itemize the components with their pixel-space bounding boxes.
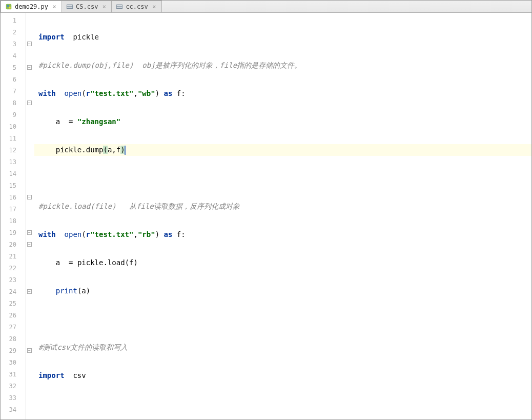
fold-toggle-icon[interactable]: − [27, 348, 32, 353]
code-editor[interactable]: 1234567891011121314151617181920212223242… [1, 13, 531, 419]
fold-toggle-icon[interactable]: − [27, 242, 32, 247]
code-line-current: pickle.dump(a,f) [34, 144, 531, 156]
line-number: 6 [1, 74, 26, 86]
csv-file-icon [66, 3, 73, 10]
fold-toggle-icon[interactable]: − [27, 101, 32, 105]
tab-demo29-py[interactable]: demo29.py × [1, 1, 62, 12]
line-number: 30 [1, 357, 26, 369]
code-line: a = "zhangsan" [34, 116, 531, 128]
fold-toggle-icon[interactable]: − [27, 42, 32, 46]
code-line: with open(r"test.txt","wb") as f: [34, 88, 531, 99]
text-caret [125, 146, 126, 155]
close-icon[interactable]: × [151, 3, 157, 10]
tab-label: demo29.py [15, 3, 48, 10]
line-number: 3 [1, 38, 26, 50]
fold-toggle-icon[interactable]: − [27, 195, 32, 199]
code-line: #pickle.load(file) 从file读取数据，反序列化成对象 [34, 201, 531, 212]
svg-rect-4 [67, 5, 73, 6]
line-number: 1 [1, 15, 26, 27]
fold-toggle-icon[interactable]: − [27, 289, 32, 294]
svg-rect-1 [7, 5, 9, 7]
line-number-gutter: 1234567891011121314151617181920212223242… [1, 13, 26, 419]
line-number: 33 [1, 392, 26, 404]
tab-cs-csv[interactable]: CS.csv × [62, 1, 112, 12]
line-number: 20 [1, 239, 26, 251]
line-number: 23 [1, 274, 26, 286]
code-line: with open(r"test.txt","rb") as f: [34, 229, 531, 241]
code-line [34, 313, 531, 325]
code-line [34, 172, 531, 184]
fold-gutter: −−−−−−−− [26, 13, 34, 419]
line-number: 16 [1, 192, 26, 204]
tab-label: cc.csv [126, 3, 148, 10]
code-line [34, 398, 531, 410]
tab-cc-csv[interactable]: cc.csv × [111, 1, 161, 12]
line-number: 31 [1, 369, 26, 381]
line-number: 29 [1, 345, 26, 357]
line-number: 17 [1, 204, 26, 215]
close-icon[interactable]: × [51, 3, 57, 10]
svg-rect-7 [117, 5, 122, 6]
code-line: print(a) [34, 285, 531, 297]
line-number: 8 [1, 97, 26, 109]
line-number: 13 [1, 156, 26, 168]
line-number: 26 [1, 310, 26, 322]
code-line: #pickle.dump(obj,file) obj是被序列化的对象，file指… [34, 59, 531, 71]
svg-rect-2 [9, 7, 11, 9]
csv-file-icon [116, 3, 123, 10]
editor-tabbar: demo29.py × CS.csv × cc.csv × [1, 1, 531, 13]
line-number: 10 [1, 121, 26, 133]
line-number: 4 [1, 50, 26, 62]
line-number: 12 [1, 145, 26, 156]
line-number: 27 [1, 322, 26, 333]
line-number: 34 [1, 404, 26, 416]
python-file-icon [5, 3, 12, 10]
close-icon[interactable]: × [101, 3, 107, 10]
code-line: import pickle [34, 31, 531, 43]
line-number: 19 [1, 227, 26, 239]
line-number: 15 [1, 180, 26, 192]
line-number: 2 [1, 27, 26, 38]
fold-toggle-icon[interactable]: − [27, 230, 32, 235]
line-number: 11 [1, 133, 26, 145]
line-number: 28 [1, 333, 26, 345]
line-number: 24 [1, 286, 26, 298]
line-number: 18 [1, 215, 26, 227]
line-number: 9 [1, 109, 26, 121]
line-number: 25 [1, 298, 26, 310]
code-line: import csv [34, 370, 531, 382]
svg-rect-5 [67, 7, 73, 8]
line-number: 14 [1, 168, 26, 180]
code-line: a = pickle.load(f) [34, 257, 531, 269]
tab-label: CS.csv [76, 3, 98, 10]
fold-toggle-icon[interactable]: − [27, 65, 32, 70]
line-number: 7 [1, 86, 26, 97]
line-number: 32 [1, 381, 26, 392]
code-area[interactable]: import pickle #pickle.dump(obj,file) obj… [34, 13, 531, 419]
code-line: #测试csv文件的读取和写入 [34, 342, 531, 353]
line-number: 21 [1, 251, 26, 263]
line-number: 22 [1, 263, 26, 274]
svg-rect-8 [117, 7, 122, 8]
line-number: 5 [1, 62, 26, 74]
